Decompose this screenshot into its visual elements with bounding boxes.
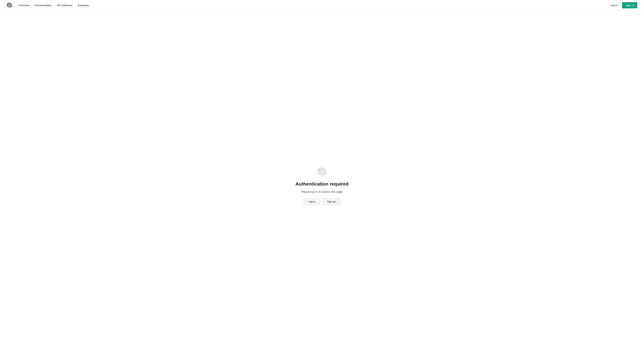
nav-link-examples[interactable]: Examples [78, 4, 89, 7]
auth-subtitle: Please log in to access this page [301, 190, 343, 194]
nav-link-api-reference[interactable]: API reference [57, 4, 72, 7]
nav-item-overview[interactable]: Overview [19, 4, 29, 7]
header-login-button[interactable]: Log in [608, 2, 619, 8]
header: Overview Documentation API reference Exa… [0, 0, 644, 11]
nav-list: Overview Documentation API reference Exa… [19, 4, 89, 7]
nav-item-documentation[interactable]: Documentation [35, 4, 52, 7]
main-nav: Overview Documentation API reference Exa… [19, 4, 89, 7]
center-openai-logo [318, 168, 326, 178]
nav-item-api-reference[interactable]: API reference [57, 4, 72, 7]
auth-buttons: Log in Sign up [304, 198, 340, 205]
nav-item-examples[interactable]: Examples [78, 4, 89, 7]
header-right: Log in Sign up [608, 2, 637, 8]
auth-title: Authentication required [296, 181, 348, 187]
openai-logo[interactable] [7, 3, 12, 8]
header-signup-button[interactable]: Sign up [622, 2, 637, 8]
nav-link-overview[interactable]: Overview [19, 4, 29, 7]
nav-link-documentation[interactable]: Documentation [35, 4, 52, 7]
center-login-button[interactable]: Log in [304, 198, 320, 205]
header-left: Overview Documentation API reference Exa… [7, 3, 89, 8]
auth-card: Authentication required Please log in to… [296, 168, 348, 205]
center-signup-button[interactable]: Sign up [322, 198, 340, 205]
main-content: Authentication required Please log in to… [0, 11, 644, 362]
